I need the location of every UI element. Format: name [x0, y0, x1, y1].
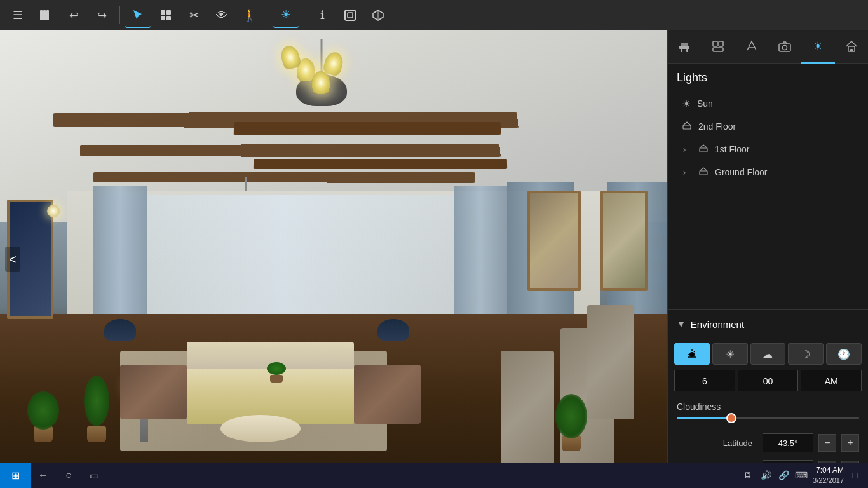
- panel-lights-btn[interactable]: ☀: [801, 30, 835, 64]
- dining-chair-3: [587, 305, 634, 419]
- main-viewport[interactable]: <: [0, 30, 667, 488]
- plant-1: [34, 426, 53, 442]
- latitude-increase-btn[interactable]: +: [841, 434, 859, 452]
- svg-rect-17: [713, 48, 723, 51]
- walk-button[interactable]: 🚶: [237, 3, 262, 28]
- start-button[interactable]: ⊞: [0, 463, 31, 488]
- left-nav-arrow[interactable]: <: [5, 247, 20, 272]
- table-lamp-right: [387, 319, 400, 351]
- plant-2: [87, 426, 106, 442]
- light-item-ground-floor[interactable]: › Ground Floor: [677, 161, 859, 184]
- lights-title: Lights: [677, 71, 859, 85]
- svg-rect-3: [161, 10, 165, 15]
- taskbar-search-btn[interactable]: ○: [56, 463, 81, 488]
- table-lamp-left-shade: [104, 319, 136, 341]
- light-item-1st-floor[interactable]: › 1st Floor: [677, 138, 859, 161]
- panel-house-btn[interactable]: [835, 30, 869, 64]
- lights-section: Lights ☀ Sun 2nd Floor › 1st Floor ›: [668, 64, 868, 184]
- cloudiness-slider-track[interactable]: [677, 417, 859, 419]
- sun-light-label: Sun: [697, 98, 854, 109]
- ceiling-beam-4: [233, 122, 501, 135]
- svg-rect-25: [700, 171, 707, 175]
- cloudiness-label: Cloudiness: [677, 402, 859, 412]
- select-button[interactable]: [125, 3, 151, 28]
- taskbar-time: 7:04 AM: [813, 466, 844, 476]
- svg-point-26: [689, 352, 695, 357]
- latitude-input[interactable]: [763, 433, 813, 452]
- svg-rect-5: [161, 16, 165, 20]
- taskbar-keyboard-icon[interactable]: ⌨: [795, 469, 808, 482]
- window-area: [100, 195, 468, 323]
- svg-point-20: [782, 45, 787, 50]
- taskbar-monitor-icon[interactable]: 🖥: [742, 469, 754, 482]
- light-item-2nd-floor[interactable]: 2nd Floor: [677, 115, 859, 138]
- armchair-left: [120, 365, 187, 419]
- latitude-label: Latitude: [677, 438, 757, 448]
- env-btn-day[interactable]: ☀: [712, 343, 748, 365]
- table-lamp-left: [114, 319, 126, 351]
- 3d-button[interactable]: [365, 3, 391, 28]
- env-btn-clock[interactable]: 🕐: [826, 343, 862, 365]
- curtain-left: [93, 186, 147, 323]
- library-button[interactable]: [33, 3, 58, 28]
- svg-rect-4: [166, 10, 171, 15]
- panel-camera-btn[interactable]: [768, 30, 802, 64]
- svg-rect-13: [686, 49, 688, 52]
- top-toolbar: ☰ ↩ ↪ ✂ 👁 🚶 ☀ ℹ: [0, 0, 868, 30]
- environment-section: ▼ Environment ☀ ☁ ☽ 🕐 6 00 AM Cloudiness: [668, 309, 868, 488]
- time-period-input[interactable]: AM: [801, 370, 862, 391]
- taskbar-volume-icon[interactable]: 🔊: [759, 469, 772, 482]
- taskbar-apps-btn[interactable]: ▭: [81, 463, 107, 488]
- panel-build-btn[interactable]: [702, 30, 735, 64]
- taskbar-tray: 🖥 🔊 🔗 ⌨ 7:04 AM 3/22/2017 □: [735, 466, 868, 485]
- view-button[interactable]: 👁: [209, 3, 234, 28]
- svg-rect-22: [850, 49, 853, 51]
- svg-rect-16: [719, 41, 723, 46]
- chandelier: [280, 39, 363, 179]
- taskbar-back-btn[interactable]: ←: [31, 463, 56, 488]
- plant-3: [562, 435, 581, 451]
- panel-icon-bar: ☀: [668, 30, 868, 64]
- taskbar-clock[interactable]: 7:04 AM 3/22/2017: [813, 466, 844, 485]
- coffee-table: [220, 415, 301, 442]
- env-btn-sunrise[interactable]: [674, 343, 710, 365]
- env-btn-clouds[interactable]: ☁: [750, 343, 786, 365]
- room-scene: [0, 30, 667, 488]
- env-btn-moon[interactable]: ☽: [788, 343, 824, 365]
- svg-rect-6: [166, 16, 171, 20]
- table-lamp-right-shade: [377, 319, 409, 341]
- undo-button[interactable]: ↩: [61, 3, 86, 28]
- cut-button[interactable]: ✂: [181, 3, 207, 28]
- cloudiness-slider-thumb[interactable]: [726, 413, 736, 423]
- environment-chevron: ▼: [677, 319, 686, 329]
- 1st-floor-chevron: ›: [677, 144, 692, 154]
- panel-paint-btn[interactable]: [735, 30, 768, 64]
- chandelier-bulb-4: [312, 71, 330, 94]
- plant-2-pot: [87, 426, 106, 442]
- menu-button[interactable]: ☰: [5, 3, 31, 28]
- panel-furniture-btn[interactable]: [668, 30, 702, 64]
- taskbar-network-icon[interactable]: 🔗: [777, 469, 790, 482]
- latitude-decrease-btn[interactable]: −: [818, 434, 836, 452]
- objects-button[interactable]: [153, 3, 179, 28]
- wall-sconce: [47, 205, 60, 224]
- cloudiness-row: Cloudiness: [668, 396, 868, 430]
- environment-header[interactable]: ▼ Environment: [668, 310, 868, 338]
- svg-rect-0: [40, 10, 43, 20]
- armchair-right: [354, 365, 421, 424]
- svg-rect-2: [46, 10, 49, 20]
- separator-3: [304, 6, 304, 24]
- light-item-sun[interactable]: ☀ Sun: [677, 92, 859, 115]
- time-minute-input[interactable]: 00: [738, 370, 799, 391]
- separator-2: [268, 6, 268, 24]
- sun-toolbar-button[interactable]: ☀: [273, 3, 299, 28]
- taskbar-notification-icon[interactable]: □: [849, 469, 862, 482]
- info-button[interactable]: ℹ: [309, 3, 335, 28]
- frame-button[interactable]: [337, 3, 363, 28]
- dining-chair-2: [501, 351, 554, 465]
- plant-1-leaves: [27, 391, 59, 430]
- environment-title: Environment: [691, 319, 744, 330]
- time-hour-input[interactable]: 6: [674, 370, 735, 391]
- environment-time-row: 6 00 AM: [668, 370, 868, 396]
- redo-button[interactable]: ↪: [89, 3, 114, 28]
